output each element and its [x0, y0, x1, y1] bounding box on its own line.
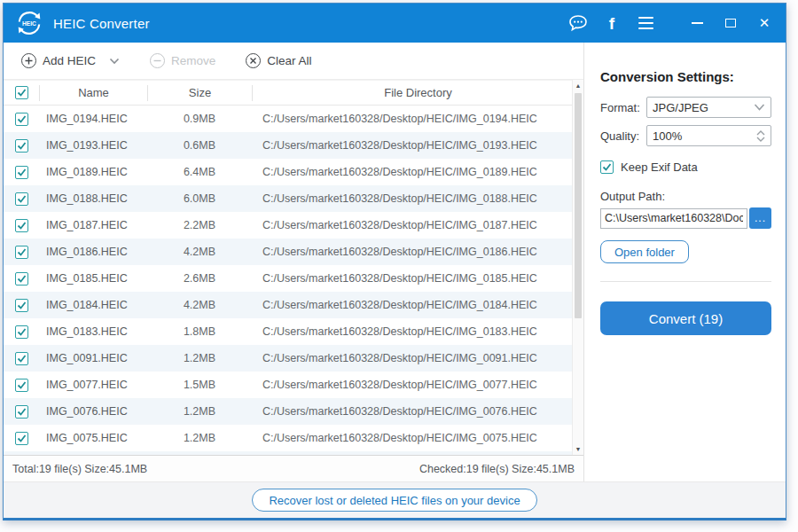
file-list-pane: Add HEIC Remove Clear All: [4, 43, 583, 481]
file-size: 6.0MB: [147, 192, 252, 205]
clear-all-button[interactable]: Clear All: [246, 53, 311, 68]
check-icon: [17, 327, 27, 337]
table-row[interactable]: IMG_0076.HEIC 1.2MB C:/Users/market16032…: [4, 398, 583, 425]
add-heic-button[interactable]: Add HEIC: [21, 53, 120, 68]
output-path-label: Output Path:: [600, 190, 771, 203]
conversion-settings-panel: Conversion Settings: Format: JPG/JPEG Qu…: [583, 43, 786, 481]
table-row[interactable]: IMG_0184.HEIC 4.2MB C:/Users/market16032…: [4, 292, 583, 318]
format-value: JPG/JPEG: [653, 101, 708, 114]
table-row[interactable]: IMG_0183.HEIC 1.8MB C:/Users/market16032…: [4, 318, 583, 345]
settings-heading: Conversion Settings:: [600, 69, 771, 84]
table-row[interactable]: IMG_0188.HEIC 6.0MB C:/Users/market16032…: [4, 185, 583, 212]
row-checkbox[interactable]: [15, 299, 28, 312]
row-checkbox[interactable]: [15, 219, 28, 232]
footer: Recover lost or deleted HEIC files on yo…: [4, 481, 786, 518]
facebook-icon[interactable]: f: [601, 12, 622, 34]
row-checkbox[interactable]: [15, 405, 28, 419]
logo-text: HEIC: [22, 20, 36, 27]
scrollbar-track[interactable]: [573, 91, 583, 443]
select-all-checkbox[interactable]: [15, 86, 28, 99]
row-checkbox[interactable]: [15, 192, 28, 206]
quality-label: Quality:: [600, 129, 646, 143]
scrollbar-thumb[interactable]: [575, 93, 582, 318]
table-row[interactable]: IMG_0077.HEIC 1.5MB C:/Users/market16032…: [4, 372, 583, 398]
row-checkbox[interactable]: [15, 272, 28, 286]
check-icon: [602, 162, 612, 172]
table-row[interactable]: IMG_0194.HEIC 0.9MB C:/Users/market16032…: [4, 106, 583, 132]
file-path: C:/Users/market160328/Desktop/HEIC/IMG_0…: [252, 246, 583, 258]
close-button[interactable]: ✕: [754, 12, 775, 34]
file-size: 4.2MB: [147, 246, 252, 258]
table-row[interactable]: IMG_0185.HEIC 2.6MB C:/Users/market16032…: [4, 265, 583, 292]
table-row[interactable]: IMG_0186.HEIC 4.2MB C:/Users/market16032…: [4, 239, 583, 265]
divider: [600, 281, 771, 282]
file-size: 2.2MB: [147, 219, 252, 231]
file-name: IMG_0187.HEIC: [39, 219, 147, 231]
chevron-down-icon: [754, 104, 765, 111]
file-name: IMG_0185.HEIC: [39, 272, 147, 285]
file-path: C:/Users/market160328/Desktop/HEIC/IMG_0…: [252, 299, 583, 311]
row-checkbox[interactable]: [15, 352, 28, 365]
check-icon: [17, 247, 27, 257]
file-path: C:/Users/market160328/Desktop/HEIC/IMG_0…: [252, 379, 583, 391]
check-icon: [17, 221, 27, 231]
feedback-icon[interactable]: [567, 12, 589, 34]
scroll-down-icon[interactable]: ▼: [573, 443, 583, 455]
status-total: Total:19 file(s) Size:45.1MB: [12, 463, 147, 475]
format-select[interactable]: JPG/JPEG: [646, 97, 771, 118]
clear-all-label: Clear All: [267, 54, 311, 67]
convert-button[interactable]: Convert (19): [600, 301, 771, 335]
file-size: 1.5MB: [147, 379, 252, 391]
keep-exif-checkbox[interactable]: [600, 160, 614, 174]
spinner-down-icon[interactable]: [756, 137, 765, 142]
row-checkbox[interactable]: [15, 325, 28, 339]
file-path: C:/Users/market160328/Desktop/HEIC/IMG_0…: [252, 219, 583, 231]
maximize-button[interactable]: [720, 12, 741, 34]
menu-icon[interactable]: [635, 12, 656, 34]
row-checkbox[interactable]: [15, 139, 28, 153]
check-icon: [17, 88, 27, 98]
titlebar: HEIC HEIC Converter f: [4, 4, 786, 43]
table-row[interactable]: IMG_0193.HEIC 0.6MB C:/Users/market16032…: [4, 132, 583, 159]
window-title: HEIC Converter: [53, 16, 567, 31]
status-bar: Total:19 file(s) Size:45.1MB Checked:19 …: [4, 455, 583, 481]
row-checkbox[interactable]: [15, 166, 28, 179]
table-header: Name Size File Directory: [4, 80, 583, 106]
table-row[interactable]: IMG_0075.HEIC 1.2MB C:/Users/market16032…: [4, 425, 583, 451]
toolbar: Add HEIC Remove Clear All: [4, 43, 583, 80]
scroll-up-icon[interactable]: ▲: [573, 80, 583, 91]
header-size: Size: [147, 85, 252, 101]
row-checkbox[interactable]: [15, 432, 28, 445]
browse-button[interactable]: ...: [749, 207, 771, 229]
add-heic-label: Add HEIC: [43, 54, 96, 67]
remove-button[interactable]: Remove: [150, 53, 215, 68]
file-name: IMG_0194.HEIC: [39, 113, 147, 125]
scrollbar[interactable]: ▲ ▼: [572, 80, 583, 455]
open-folder-button[interactable]: Open folder: [600, 240, 689, 263]
file-name: IMG_0077.HEIC: [39, 379, 147, 391]
minimize-button[interactable]: [686, 12, 708, 34]
output-path-input[interactable]: [600, 208, 747, 229]
row-checkbox[interactable]: [15, 379, 28, 392]
header-name: Name: [39, 85, 147, 101]
check-icon: [17, 301, 27, 310]
row-checkbox[interactable]: [15, 113, 28, 126]
recover-files-button[interactable]: Recover lost or deleted HEIC files on yo…: [252, 489, 536, 512]
table-row[interactable]: IMG_0187.HEIC 2.2MB C:/Users/market16032…: [4, 212, 583, 239]
file-path: C:/Users/market160328/Desktop/HEIC/IMG_0…: [252, 405, 583, 418]
table-row[interactable]: IMG_0189.HEIC 6.4MB C:/Users/market16032…: [4, 159, 583, 185]
table-row[interactable]: IMG_0091.HEIC 1.2MB C:/Users/market16032…: [4, 345, 583, 372]
file-name: IMG_0193.HEIC: [39, 139, 147, 152]
check-icon: [17, 407, 27, 417]
check-icon: [17, 380, 27, 390]
row-checkbox[interactable]: [15, 246, 28, 259]
file-name: IMG_0183.HEIC: [39, 325, 147, 338]
chevron-down-icon[interactable]: [109, 58, 120, 65]
quality-stepper[interactable]: 100%: [646, 125, 771, 146]
check-icon: [17, 141, 27, 151]
check-icon: [17, 434, 27, 443]
format-label: Format:: [600, 101, 646, 114]
spinner-up-icon[interactable]: [756, 130, 765, 136]
plus-circle-icon: [21, 53, 36, 68]
file-name: IMG_0188.HEIC: [39, 192, 147, 205]
